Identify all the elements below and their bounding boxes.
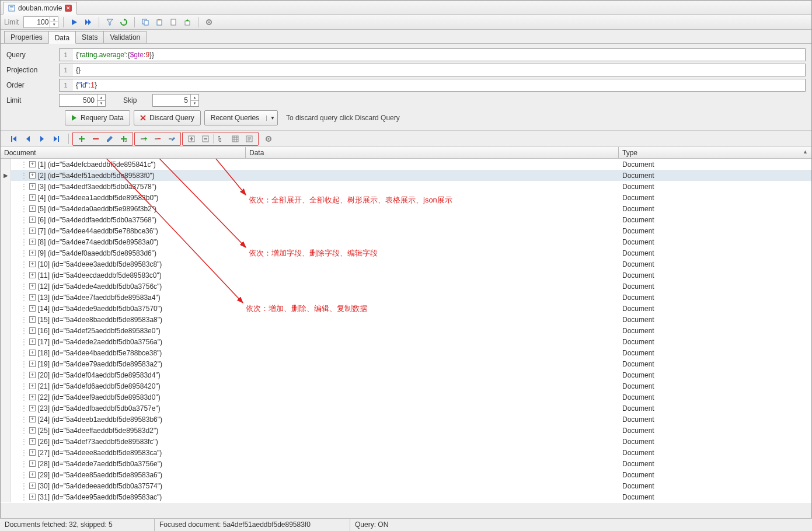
expand-icon[interactable]: + bbox=[29, 405, 36, 411]
nav-first-icon[interactable] bbox=[8, 132, 20, 145]
table-row[interactable]: ⋮+[6] (id="5a4deddfaeddbf5db0a37568")Doc… bbox=[1, 214, 811, 225]
expand-icon[interactable]: + bbox=[29, 338, 36, 345]
expand-icon[interactable]: + bbox=[29, 416, 36, 422]
expand-icon[interactable]: + bbox=[29, 361, 36, 367]
expand-all-icon[interactable] bbox=[185, 132, 198, 145]
gear-icon[interactable] bbox=[203, 16, 215, 28]
expand-icon[interactable]: + bbox=[29, 239, 36, 245]
edit-field-icon[interactable] bbox=[165, 132, 178, 145]
collapse-all-icon[interactable] bbox=[199, 132, 212, 145]
expand-icon[interactable]: + bbox=[29, 372, 36, 378]
table-row[interactable]: ⋮+[10] (id="5a4deee3aeddbf5de89583c8")Do… bbox=[1, 258, 811, 270]
recent-queries-button[interactable]: Recent Queries ▼ bbox=[204, 110, 278, 125]
expand-icon[interactable]: + bbox=[29, 483, 36, 489]
table-row[interactable]: ⋮+[1] (id="5a4defcbaeddbf5de895841c")Doc… bbox=[1, 159, 811, 170]
gear-icon[interactable] bbox=[262, 132, 275, 145]
expand-icon[interactable]: + bbox=[29, 383, 36, 389]
skip-input[interactable]: 5 ▲▼ bbox=[152, 94, 199, 107]
editor-tab[interactable]: douban.movie ✕ bbox=[3, 2, 77, 15]
edit-record-icon[interactable] bbox=[103, 132, 116, 145]
spinner-icon[interactable]: ▲▼ bbox=[97, 95, 105, 106]
table-row[interactable]: ⋮+[12] (id="5a4dede4aeddbf5db0a3756c")Do… bbox=[1, 281, 811, 292]
requery-button[interactable]: Requery Data bbox=[65, 110, 130, 125]
paste-icon[interactable] bbox=[154, 16, 165, 28]
table-view-icon[interactable] bbox=[229, 132, 242, 145]
column-data[interactable]: Data bbox=[246, 147, 619, 158]
expand-icon[interactable]: + bbox=[29, 161, 36, 167]
expand-icon[interactable]: + bbox=[29, 172, 36, 179]
tab-validation[interactable]: Validation bbox=[103, 31, 147, 43]
table-row[interactable]: ▶⋮+[2] (id="5a4def51aeddbf5de89583f0")Do… bbox=[1, 170, 811, 181]
table-row[interactable]: ⋮+[21] (id="5a4defd6aeddbf5de8958420")Do… bbox=[1, 380, 811, 392]
expand-icon[interactable]: + bbox=[29, 250, 36, 256]
run-icon[interactable] bbox=[68, 16, 80, 28]
tab-stats[interactable]: Stats bbox=[75, 31, 104, 43]
table-row[interactable]: ⋮+[27] (id="5a4deee8aeddbf5de89583ca")Do… bbox=[1, 447, 811, 458]
spinner-icon[interactable]: ▲▼ bbox=[190, 95, 198, 106]
table-row[interactable]: ⋮+[3] (id="5a4dedf3aeddbf5db0a37578")Doc… bbox=[1, 181, 811, 192]
order-input[interactable]: 1 {"id":1} bbox=[59, 79, 806, 92]
table-row[interactable]: ⋮+[31] (id="5a4dee95aeddbf5de89583ac")Do… bbox=[1, 491, 811, 502]
nav-next-icon[interactable] bbox=[36, 132, 48, 145]
expand-icon[interactable]: + bbox=[29, 449, 36, 456]
table-row[interactable]: ⋮+[26] (id="5a4def73aeddbf5de89583fc")Do… bbox=[1, 436, 811, 447]
table-row[interactable]: ⋮+[28] (id="5a4dede7aeddbf5db0a3756e")Do… bbox=[1, 458, 811, 469]
rows-viewport[interactable]: 依次：全部展开、全部收起、树形展示、表格展示、json展示 依次：增加字段、删除… bbox=[1, 159, 811, 503]
nav-last-icon[interactable] bbox=[50, 132, 62, 145]
expand-icon[interactable]: + bbox=[29, 294, 36, 301]
expand-icon[interactable]: + bbox=[29, 205, 36, 212]
expand-icon[interactable]: + bbox=[29, 471, 36, 478]
expand-icon[interactable]: + bbox=[29, 261, 36, 267]
expand-icon[interactable]: + bbox=[29, 327, 36, 334]
expand-icon[interactable]: + bbox=[29, 183, 36, 190]
expand-icon[interactable]: + bbox=[29, 228, 36, 234]
delete-record-icon[interactable] bbox=[89, 132, 102, 145]
table-row[interactable]: ⋮+[4] (id="5a4deea1aeddbf5de89583b0")Doc… bbox=[1, 192, 811, 203]
expand-icon[interactable]: + bbox=[29, 350, 36, 356]
expand-icon[interactable]: + bbox=[29, 305, 36, 312]
table-row[interactable]: ⋮+[5] (id="5a4deda0aeddbf5e9896f3b2")Doc… bbox=[1, 203, 811, 214]
refresh-icon[interactable] bbox=[118, 16, 130, 28]
table-row[interactable]: ⋮+[13] (id="5a4dee7faeddbf5de89583a4")Do… bbox=[1, 292, 811, 303]
tab-properties[interactable]: Properties bbox=[4, 31, 49, 43]
table-row[interactable]: ⋮+[7] (id="5a4dee44aeddbf5e788bce36")Doc… bbox=[1, 225, 811, 236]
add-field-icon[interactable] bbox=[137, 132, 150, 145]
expand-icon[interactable]: + bbox=[29, 438, 36, 445]
table-row[interactable]: ⋮+[15] (id="5a4dee8baeddbf5de89583a8")Do… bbox=[1, 314, 811, 325]
json-view-icon[interactable] bbox=[243, 132, 256, 145]
discard-query-button[interactable]: Discard Query bbox=[134, 110, 201, 125]
expand-icon[interactable]: + bbox=[29, 394, 36, 400]
export-icon[interactable] bbox=[182, 16, 193, 28]
expand-icon[interactable]: + bbox=[29, 283, 36, 289]
expand-icon[interactable]: + bbox=[29, 494, 36, 500]
spinner-icon[interactable]: ▲▼ bbox=[50, 17, 58, 27]
table-row[interactable]: ⋮+[14] (id="5a4dede9aeddbf5db0a37570")Do… bbox=[1, 303, 811, 314]
filter-icon[interactable] bbox=[104, 16, 116, 28]
query-input[interactable]: 1 {'rating.average':{$gte:9}} bbox=[59, 48, 806, 61]
delete-field-icon[interactable] bbox=[151, 132, 164, 145]
table-row[interactable]: ⋮+[25] (id="5a4deeffaeddbf5de89583d2")Do… bbox=[1, 425, 811, 436]
table-row[interactable]: ⋮+[8] (id="5a4dee74aeddbf5de89583a0")Doc… bbox=[1, 236, 811, 247]
expand-icon[interactable]: + bbox=[29, 194, 36, 201]
table-row[interactable]: ⋮+[17] (id="5a4dede2aeddbf5db0a3756a")Do… bbox=[1, 336, 811, 347]
column-document[interactable]: Document bbox=[1, 147, 246, 158]
document-icon[interactable] bbox=[168, 16, 179, 28]
expand-icon[interactable]: + bbox=[29, 460, 36, 467]
projection-input[interactable]: 1 {} bbox=[59, 64, 806, 76]
tree-view-icon[interactable] bbox=[215, 132, 228, 145]
table-row[interactable]: ⋮+[18] (id="5a4dee4baeddbf5e788bce38")Do… bbox=[1, 347, 811, 358]
expand-icon[interactable]: + bbox=[29, 316, 36, 323]
column-type[interactable]: Type bbox=[619, 147, 811, 158]
table-row[interactable]: ⋮+[19] (id="5a4dee79aeddbf5de89583a2")Do… bbox=[1, 358, 811, 369]
expand-icon[interactable]: + bbox=[29, 216, 36, 223]
limit-input[interactable]: 500 ▲▼ bbox=[59, 94, 106, 107]
table-row[interactable]: ⋮+[9] (id="5a4def0aaeddbf5de89583d6")Doc… bbox=[1, 247, 811, 258]
table-row[interactable]: ⋮+[29] (id="5a4dee85aeddbf5de89583a6")Do… bbox=[1, 469, 811, 480]
add-record-icon[interactable] bbox=[75, 132, 88, 145]
table-row[interactable]: ⋮+[20] (id="5a4def04aeddbf5de89583d4")Do… bbox=[1, 369, 811, 380]
expand-icon[interactable]: + bbox=[29, 272, 36, 278]
duplicate-record-icon[interactable]: 2 bbox=[117, 132, 130, 145]
table-row[interactable]: ⋮+[30] (id="5a4dedeeaeddbf5db0a37574")Do… bbox=[1, 480, 811, 491]
table-row[interactable]: ⋮+[22] (id="5a4deef9aeddbf5de89583d0")Do… bbox=[1, 392, 811, 403]
table-row[interactable]: ⋮+[23] (id="5a4dedfbaeddbf5db0a3757e")Do… bbox=[1, 403, 811, 414]
